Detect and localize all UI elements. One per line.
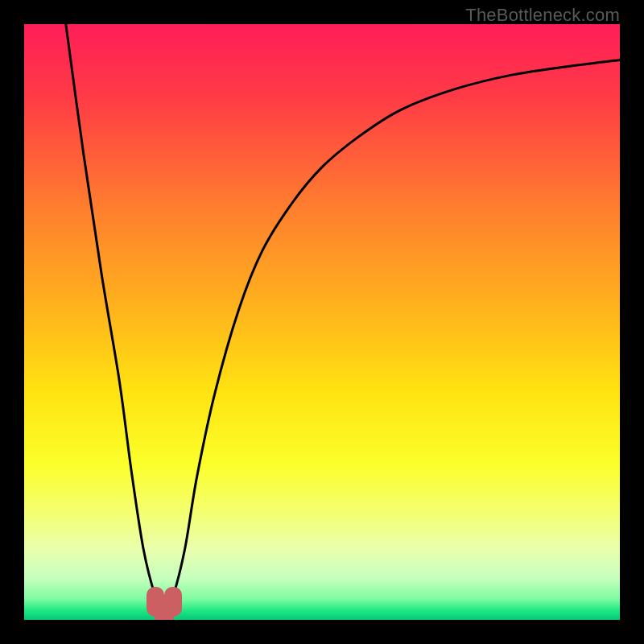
watermark-text: TheBottleneck.com xyxy=(465,5,620,26)
chart-curve xyxy=(24,24,620,620)
plot-area xyxy=(24,24,620,620)
trough-marker xyxy=(155,604,174,620)
